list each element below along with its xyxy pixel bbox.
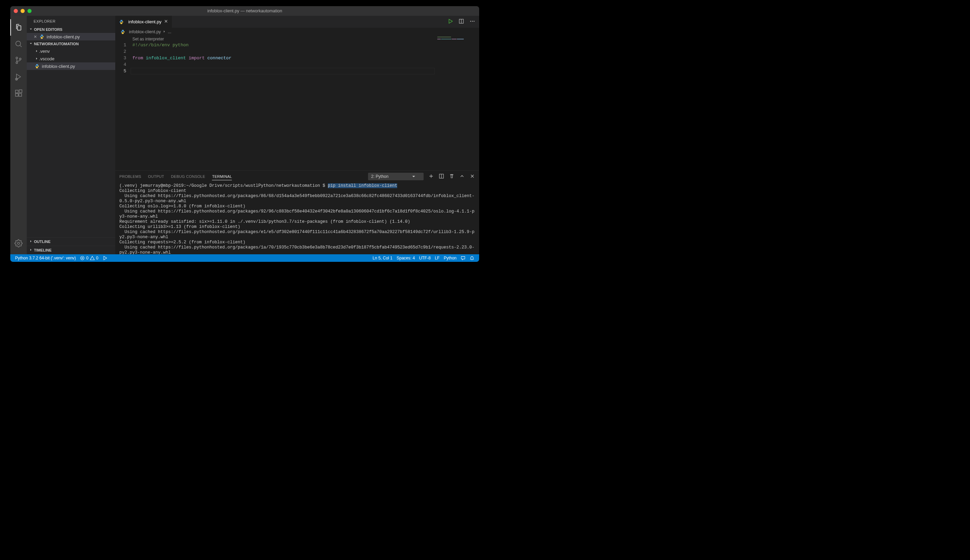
status-python-interpreter[interactable]: Python 3.7.2 64-bit ('.venv': venv) — [13, 254, 78, 262]
chevron-right-icon — [34, 57, 39, 61]
status-run[interactable] — [100, 254, 109, 262]
window-maximize-button[interactable] — [27, 9, 32, 13]
open-editor-filename: infoblox-client.py — [47, 34, 80, 39]
project-header[interactable]: NETWORKAUTOMATION — [27, 40, 115, 47]
svg-point-18 — [472, 21, 473, 22]
close-panel-button[interactable] — [470, 173, 475, 180]
editor-area: infoblox-client.py — [115, 16, 479, 254]
code-content[interactable]: Set as interpreter #!/usr/bin/env python… — [132, 36, 479, 170]
svg-point-14 — [121, 20, 121, 20]
error-icon — [80, 256, 85, 260]
code-editor[interactable]: 1 2 3 4 5 Set as interpreter #!/usr/bin/… — [115, 36, 479, 170]
run-button[interactable] — [448, 18, 453, 25]
status-indentation[interactable]: Spaces: 4 — [395, 256, 417, 260]
more-actions-button[interactable] — [470, 18, 475, 25]
file-infoblox-client[interactable]: infoblox-client.py — [27, 62, 115, 70]
maximize-panel-button[interactable] — [459, 173, 465, 180]
status-feedback[interactable] — [458, 256, 468, 260]
activity-run-debug[interactable] — [10, 68, 27, 85]
svg-rect-5 — [15, 90, 18, 93]
breadcrumb-more: ... — [168, 30, 171, 34]
chevron-right-icon — [162, 30, 166, 35]
panel-tab-problems[interactable]: PROBLEMS — [119, 175, 141, 178]
activity-source-control[interactable] — [10, 52, 27, 68]
extensions-icon — [14, 89, 23, 97]
activity-search[interactable] — [10, 36, 27, 52]
window-titlebar: infoblox-client.py — networkautomation — [10, 6, 479, 16]
outline-header[interactable]: OUTLINE — [27, 237, 115, 246]
timeline-header[interactable]: TIMELINE — [27, 246, 115, 254]
tab-infoblox-client[interactable]: infoblox-client.py — [115, 16, 172, 28]
svg-point-19 — [474, 21, 475, 22]
bell-icon — [470, 256, 474, 260]
svg-point-9 — [17, 242, 20, 244]
panel-tab-debug[interactable]: DEBUG CONSOLE — [171, 175, 206, 178]
status-problems[interactable]: 0 0 — [78, 254, 100, 262]
chevron-right-icon — [29, 248, 33, 253]
activity-bar — [10, 16, 27, 254]
activity-extensions[interactable] — [10, 85, 27, 102]
open-editors-label: OPEN EDITORS — [34, 27, 62, 32]
split-terminal-button[interactable] — [439, 173, 444, 180]
terminal-output[interactable]: (.venv) jemurray@mbp-2019:~/Google Drive… — [115, 182, 479, 254]
new-terminal-button[interactable] — [428, 173, 434, 180]
split-editor-button[interactable] — [458, 18, 464, 25]
window-close-button[interactable] — [14, 9, 18, 13]
files-icon — [14, 23, 23, 32]
svg-point-21 — [123, 33, 124, 33]
chevron-down-icon — [411, 174, 416, 179]
python-file-icon — [39, 34, 45, 39]
chevron-down-icon — [29, 42, 33, 46]
breadcrumbs[interactable]: infoblox-client.py ... — [115, 28, 479, 36]
kill-terminal-button[interactable] — [449, 173, 455, 180]
main-area: EXPLORER OPEN EDITORS infoblox-client.py… — [10, 16, 479, 254]
python-file-icon — [120, 29, 125, 35]
terminal-select[interactable]: 2: Python — [368, 173, 423, 180]
vscode-window: infoblox-client.py — networkautomation — [10, 6, 479, 262]
folder-venv[interactable]: .venv — [27, 47, 115, 55]
explorer-sidebar: EXPLORER OPEN EDITORS infoblox-client.py… — [27, 16, 115, 254]
svg-point-2 — [16, 62, 18, 64]
svg-point-1 — [16, 57, 18, 59]
breadcrumb-file: infoblox-client.py — [129, 30, 161, 34]
status-bar: Python 3.7.2 64-bit ('.venv': venv) 0 0 … — [10, 254, 479, 262]
tab-label: infoblox-client.py — [128, 19, 162, 24]
panel-tab-output[interactable]: OUTPUT — [148, 175, 164, 178]
folder-label: .vscode — [39, 56, 55, 62]
python-file-icon — [119, 19, 124, 25]
svg-point-20 — [122, 30, 122, 30]
sidebar-title: EXPLORER — [27, 16, 115, 26]
chevron-right-icon — [29, 239, 33, 244]
file-label: infoblox-client.py — [42, 64, 75, 69]
svg-point-17 — [470, 21, 471, 22]
activity-explorer[interactable] — [10, 19, 27, 36]
branch-icon — [14, 56, 23, 65]
status-eol[interactable]: LF — [433, 256, 442, 260]
close-icon[interactable] — [33, 35, 38, 39]
status-notifications[interactable] — [468, 256, 477, 260]
activity-settings[interactable] — [10, 235, 27, 252]
line-gutter: 1 2 3 4 5 — [115, 36, 132, 170]
close-icon[interactable] — [164, 19, 169, 25]
folder-vscode[interactable]: .vscode — [27, 55, 115, 62]
timeline-label: TIMELINE — [34, 248, 52, 252]
open-editor-item[interactable]: infoblox-client.py — [27, 33, 115, 40]
svg-rect-6 — [15, 93, 18, 96]
codelens-set-interpreter[interactable]: Set as interpreter — [132, 36, 479, 42]
status-encoding[interactable]: UTF-8 — [417, 256, 433, 260]
status-cursor-position[interactable]: Ln 5, Col 1 — [370, 256, 395, 260]
svg-rect-8 — [19, 90, 22, 93]
chevron-right-icon — [34, 49, 39, 53]
window-title: infoblox-client.py — networkautomation — [207, 8, 282, 13]
tab-actions — [448, 16, 479, 28]
panel-tab-terminal[interactable]: TERMINAL — [212, 175, 232, 180]
traffic-lights — [14, 9, 32, 13]
status-language[interactable]: Python — [442, 256, 458, 260]
panel-tabs: PROBLEMS OUTPUT DEBUG CONSOLE TERMINAL 2… — [115, 171, 479, 182]
open-editors-header[interactable]: OPEN EDITORS — [27, 26, 115, 33]
warning-icon — [90, 256, 95, 260]
python-file-icon — [34, 63, 40, 69]
bottom-panel: PROBLEMS OUTPUT DEBUG CONSOLE TERMINAL 2… — [115, 170, 479, 254]
window-minimize-button[interactable] — [20, 9, 25, 13]
gear-icon — [14, 239, 23, 247]
